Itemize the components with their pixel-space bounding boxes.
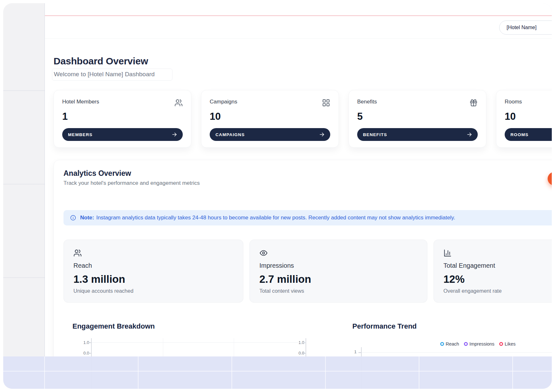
stat-value: 10 [505, 111, 552, 122]
main-area: [Hotel Name] Dashboard Overview Welcome … [45, 3, 552, 389]
analytics-subtitle: Track your hotel's performance and engag… [63, 180, 200, 186]
legend-dot [440, 342, 444, 346]
stat-label: Campaigns [210, 99, 237, 105]
gift-icon [469, 99, 478, 107]
chart-legend: Reach Impressions Likes [440, 341, 516, 347]
gridline [92, 342, 306, 343]
legend-label: Reach [446, 341, 459, 347]
rooms-button-label: ROOMS [510, 132, 528, 137]
page-subtitle: Welcome to [Hotel Name] Dashboard [52, 69, 172, 81]
y-axis-tick: 0.0 [76, 351, 89, 355]
bottom-grid-band [3, 356, 552, 389]
legend-item-reach[interactable]: Reach [440, 341, 459, 347]
stat-card-rooms: Rooms 10 ROOMS [496, 90, 552, 148]
benefits-button[interactable]: BENEFITS [357, 128, 478, 141]
stat-card-benefits: Benefits 5 BENEFITS [349, 90, 486, 148]
y-axis-tick: 0.0 [290, 351, 304, 355]
stat-label: Rooms [505, 99, 522, 105]
hotel-select[interactable]: [Hotel Name] [499, 20, 552, 35]
arrow-right-icon [171, 131, 178, 138]
engagement-breakdown-title: Engagement Breakdown [72, 322, 155, 331]
rooms-button[interactable]: ROOMS [505, 128, 552, 141]
legend-item-impressions[interactable]: Impressions [464, 341, 494, 347]
metric-description: Overall engagement rate [443, 288, 552, 294]
y-axis-tickmark [88, 353, 91, 354]
analytics-title: Analytics Overview [63, 169, 131, 178]
users-icon [174, 99, 183, 107]
performance-trend-title: Performance Trend [352, 322, 417, 331]
metric-card-impressions: Impressions 2.7 million Total content vi… [249, 240, 427, 303]
y-axis-tick: 1.0 [76, 340, 89, 345]
members-button[interactable]: MEMBERS [62, 128, 183, 141]
metric-value: 12% [443, 273, 552, 285]
y-axis-tick: 1 [342, 349, 357, 354]
metric-value: 2.7 million [259, 273, 417, 285]
campaigns-button-label: CAMPAIGNS [215, 132, 245, 137]
arrow-right-icon [319, 131, 325, 138]
metric-description: Total content views [259, 288, 417, 294]
stat-card-campaigns: Campaigns 10 CAMPAIGNS [201, 90, 339, 148]
y-axis-tickmark [88, 342, 91, 343]
y-axis-tickmark [358, 352, 361, 353]
stats-row: Hotel Members 1 MEMBERS Campaigns [54, 90, 552, 148]
members-button-label: MEMBERS [68, 132, 93, 137]
stat-label: Hotel Members [62, 99, 99, 105]
stat-card-header: Benefits [357, 99, 478, 107]
y-axis-tickmark [303, 353, 306, 354]
metric-card-reach: Reach 1.3 million Unique accounts reache… [63, 240, 243, 303]
analytics-note: Note: Instagram analytics data typically… [63, 210, 552, 225]
info-icon [70, 215, 76, 221]
stat-value: 1 [62, 111, 183, 122]
metric-card-total-engagement: Total Engagement 12% Overall engagement … [433, 240, 552, 303]
eye-icon [259, 249, 417, 257]
bar-chart-icon [443, 249, 552, 257]
campaigns-button[interactable]: CAMPAIGNS [210, 128, 330, 141]
metric-label: Impressions [259, 262, 417, 269]
page-subtitle-text: Welcome to [Hotel Name] Dashboard [54, 71, 155, 78]
metric-label: Total Engagement [443, 262, 552, 269]
analytics-overview-card: Analytics Overview Track your hotel's pe… [54, 160, 552, 389]
gridline [362, 352, 552, 353]
legend-dot [499, 342, 503, 346]
header-bar: [Hotel Name] [45, 15, 552, 39]
app-frame: [Hotel Name] Dashboard Overview Welcome … [3, 3, 552, 389]
stat-card-header: Campaigns [210, 99, 330, 107]
stat-card-hotel-members: Hotel Members 1 MEMBERS [54, 90, 191, 148]
metric-description: Unique accounts reached [73, 288, 233, 294]
stat-value: 10 [210, 111, 330, 122]
legend-label: Impressions [469, 341, 494, 347]
legend-dot [464, 342, 468, 346]
arrow-right-icon [466, 131, 473, 138]
stat-value: 5 [357, 111, 478, 122]
stat-card-header: Hotel Members [62, 99, 183, 107]
benefits-button-label: BENEFITS [363, 132, 387, 137]
page-title: Dashboard Overview [54, 56, 148, 67]
stat-card-header: Rooms [505, 99, 552, 107]
metrics-row: Reach 1.3 million Unique accounts reache… [63, 240, 552, 303]
note-text: Note: Instagram analytics data typically… [80, 215, 455, 221]
legend-label: Likes [505, 341, 516, 347]
grid-icon [322, 99, 330, 107]
stat-label: Benefits [357, 99, 377, 105]
metric-label: Reach [73, 262, 233, 269]
metric-value: 1.3 million [73, 273, 233, 285]
users-icon [73, 249, 233, 257]
legend-item-likes[interactable]: Likes [499, 341, 516, 347]
